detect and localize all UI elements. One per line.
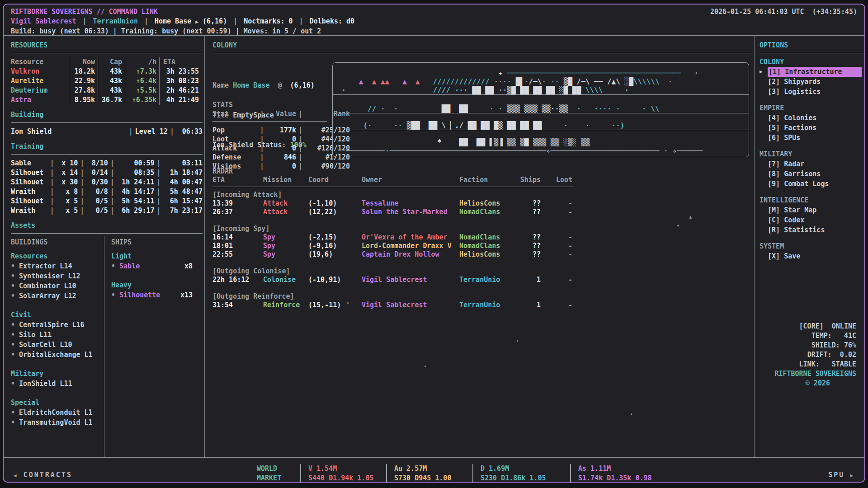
mission: Spy	[263, 242, 308, 250]
core-shield: SHIELD: 76%	[757, 341, 856, 350]
base-coords: (6,16)	[203, 17, 227, 25]
unit-total: 4h 00:47	[163, 178, 203, 187]
menu-item-codex[interactable]: [C] Codex	[760, 215, 867, 225]
market-entry-deuterium: D 1.69M S230 D1.86k 1.05	[472, 464, 561, 483]
bullet-icon: •	[11, 351, 15, 359]
colony-title: COLONY	[212, 41, 751, 50]
ship-name: Silhouette	[119, 291, 160, 299]
owner: Vigil Sablecrest	[362, 276, 459, 284]
stat-value: 846	[266, 153, 296, 162]
radar-group-label: [Incoming Attack]	[212, 191, 574, 199]
menu-item-spus[interactable]: [6] SPUs	[760, 133, 867, 143]
rule	[212, 53, 751, 53]
art-band-4: * ██ ██ ▌▒▐ ▒▒ ▒█ ▒▒▒ ▒▒ ░▒░ ▒▒ ────────…	[333, 130, 749, 155]
options-group-military: MILITARY [7] Radar [8] Garrisons [9] Com…	[760, 150, 867, 189]
stat-row: Defense| 846| #1/120	[212, 153, 350, 162]
menu-item-combat-logs[interactable]: [9] Combat Logs	[760, 179, 867, 189]
menu-label: Logistics	[784, 88, 821, 96]
spu-button[interactable]: SPU ▶	[828, 471, 854, 479]
training-row: Sable| x 10| 8/10| 00:59| 03:11	[11, 159, 203, 168]
building-title: Building	[11, 110, 203, 120]
group-name: Special	[11, 398, 104, 408]
clock: 2026-01-25 06:41:03 UTC (+34:35:45)	[710, 7, 857, 17]
hotkey: [5]	[768, 124, 780, 132]
separator: |	[155, 206, 163, 216]
radar-title: RADAR	[212, 167, 574, 176]
training-row: Silhouet| x 30| 0/30| 1h 24:11| 4h 00:47	[11, 178, 203, 187]
bullet-icon: •	[11, 341, 15, 349]
unit-name: Wraith	[11, 187, 48, 197]
list-item: • SolarArray L12	[11, 291, 104, 301]
menu-item-logistics[interactable]: [3] Logistics	[760, 87, 867, 97]
separator: |	[48, 168, 57, 178]
ships: 1	[514, 276, 541, 284]
resource-now: 8.95k	[69, 95, 98, 105]
building-name: Ion Shield	[11, 127, 127, 136]
menu-item-factions[interactable]: [5] Factions	[760, 123, 867, 133]
radar-row: 13:39 Attack (-1,10) Tessalune HeliosCon…	[212, 199, 574, 208]
owner: Vigil Sablecrest	[362, 301, 459, 310]
bullet-icon: •	[11, 408, 15, 417]
menu-label: Shipyards	[784, 78, 821, 86]
unit-next: 08:35	[117, 168, 155, 178]
group-name: Light	[111, 252, 203, 261]
rule	[11, 154, 203, 155]
hotkey: [9]	[768, 180, 780, 188]
building-level: Level 12	[135, 127, 168, 136]
menu-item-save[interactable]: [X] Save	[760, 251, 867, 261]
eta: 31:54	[212, 301, 263, 310]
market-price: As 1.11M	[578, 464, 652, 474]
resource-name: Aurelite	[11, 76, 69, 86]
assets-title: Assets	[11, 221, 203, 230]
unit-next: 4h 14:17	[117, 187, 155, 197]
list-item: • SolarCell L10	[11, 340, 104, 350]
core-status: [CORE] ONLINE TEMP: 41C SHIELD: 76% DRIF…	[757, 322, 856, 388]
menu-item-radar[interactable]: [7] Radar	[760, 159, 867, 169]
contracts-label: CONTRACTS	[24, 471, 72, 479]
menu-item-colonies[interactable]: [4] Colonies	[760, 113, 867, 123]
unit-qty: x 14	[57, 168, 78, 178]
resource-name: Vulkron	[11, 67, 69, 76]
market-title-line1: WORLD	[257, 464, 291, 474]
bullet-icon: •	[11, 331, 15, 339]
menu-item-infrastructure[interactable]: ▶ [1] Infrastructure	[760, 67, 867, 77]
contracts-button[interactable]: ◀ CONTRACTS	[14, 471, 72, 479]
separator: |	[296, 144, 305, 153]
space-dot: ·	[515, 337, 519, 345]
unit-next: 5h 54:11	[117, 197, 155, 206]
faction: NomadClans	[459, 233, 514, 242]
building-item: Extractor L14	[19, 262, 72, 270]
unit-name: Silhouet	[11, 168, 48, 178]
menu-item-star-map[interactable]: [M] Star Map	[760, 205, 867, 215]
col-header-owner: Owner	[362, 176, 459, 184]
rule	[11, 122, 203, 123]
world-market-bar: WORLD MARKET V 1.54M S440 D1.94k 1.05 Au…	[257, 462, 652, 483]
faction: HeliosCons	[459, 250, 514, 259]
resource-now: 22.9k	[69, 76, 98, 86]
app-title: RIFTBORNE SOVEREIGNS // COMMAND LINK	[11, 7, 158, 17]
bullet-icon: •	[11, 321, 15, 329]
stat-row: Attack| 0| #120/120	[212, 144, 350, 153]
eta: 26:37	[212, 208, 263, 216]
separator: |	[231, 17, 240, 25]
col-header-eta: ETA	[212, 176, 263, 184]
hotkey: [R]	[768, 226, 780, 234]
resource-eta: 4h 21:49	[159, 95, 202, 105]
resources-title: RESOURCES	[11, 41, 203, 50]
faction: TerranUnio	[459, 301, 514, 310]
menu-label: Garrisons	[784, 170, 821, 178]
menu-item-statistics[interactable]: [R] Statistics	[760, 225, 867, 235]
hotkey: [M]	[768, 206, 780, 214]
unit-qty: x 8	[57, 187, 78, 197]
list-item: • IonShield L11	[11, 379, 104, 389]
menu-label: Codex	[784, 216, 804, 224]
hotkey: [C]	[768, 216, 780, 224]
core-online: [CORE] ONLINE	[757, 322, 856, 331]
separator: |	[108, 178, 117, 187]
core-temp: TEMP: 41C	[757, 331, 856, 341]
list-item: • CentralSpire L16	[11, 320, 104, 330]
menu-item-shipyards[interactable]: [2] Shipyards	[760, 77, 867, 87]
separator: |	[108, 187, 117, 197]
separator: |	[80, 17, 89, 25]
menu-item-garrisons[interactable]: [8] Garrisons	[760, 169, 867, 179]
